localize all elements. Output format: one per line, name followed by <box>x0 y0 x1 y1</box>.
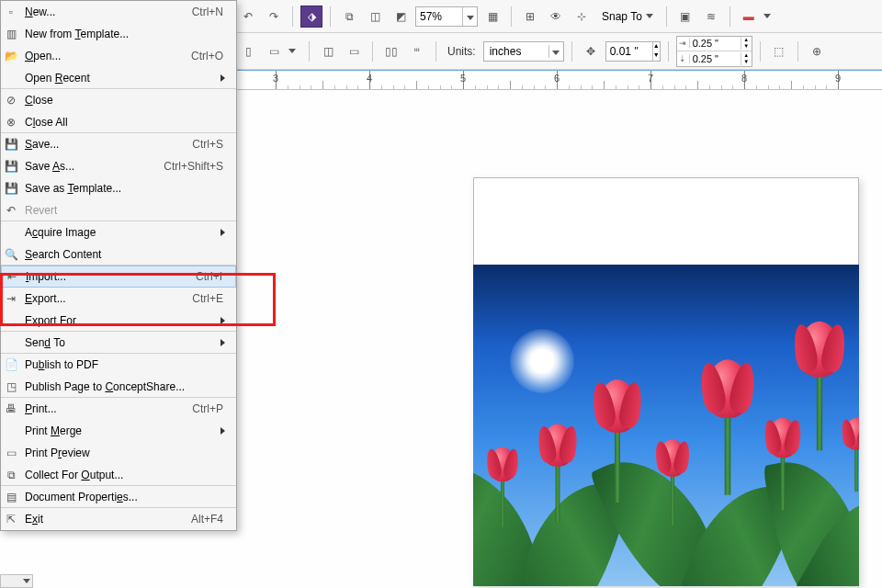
pdf-icon: 📄 <box>1 355 21 375</box>
ruler-label: 8 <box>741 73 747 84</box>
tool-btn-c[interactable]: ◫ <box>364 6 386 28</box>
nudge-input[interactable] <box>606 42 652 61</box>
prop-btn-b[interactable]: ▭ <box>343 40 365 62</box>
duplicate-distance: ⇥ ▲▼ ⇣ ▲▼ <box>676 36 752 67</box>
menu-item-close-all[interactable]: ⊗Close All <box>1 111 236 133</box>
orient-landscape[interactable]: ▭ <box>263 40 285 62</box>
ruler-tick <box>709 85 710 89</box>
menu-label: Print Preview <box>21 447 229 459</box>
menu-shortcut: Ctrl+N <box>192 6 229 18</box>
exit-icon: ⇱ <box>1 509 21 529</box>
ruler-tick <box>803 85 804 89</box>
tool-btn-b[interactable]: ⧉ <box>338 6 360 28</box>
submenu-arrow-icon <box>220 74 225 82</box>
blank-icon <box>1 68 21 88</box>
ruler-tick <box>487 85 488 89</box>
tool-btn-f[interactable]: ⊞ <box>519 6 541 28</box>
prop-btn-f[interactable]: ⊕ <box>806 40 828 62</box>
menu-label: Close <box>21 94 229 107</box>
menu-item-collect-output[interactable]: ⧉Collect For Output... <box>1 464 236 486</box>
file-menu[interactable]: ▫New...Ctrl+N▥New from Template...📂Open.… <box>0 0 237 531</box>
ruler-tick <box>288 85 288 89</box>
tool-btn-a[interactable]: ⬗ <box>300 6 322 28</box>
menu-shortcut: Ctrl+E <box>192 292 229 305</box>
ruler-tick <box>393 85 394 89</box>
tool-btn-k[interactable]: ▬ <box>738 6 760 28</box>
status-dropdown[interactable] <box>0 574 33 588</box>
menu-label: Export For <box>21 314 220 327</box>
props-icon: ▤ <box>1 487 21 507</box>
tool-btn-e[interactable]: ▦ <box>481 6 503 28</box>
menu-item-save-template[interactable]: 💾Save as Template... <box>1 177 236 199</box>
ruler-tick <box>334 85 335 89</box>
spin-up[interactable]: ▲ <box>653 42 660 51</box>
menu-item-search-content[interactable]: 🔍Search Content <box>1 243 236 266</box>
ruler-tick <box>322 81 323 89</box>
tool-btn-d[interactable]: ◩ <box>390 6 412 28</box>
menu-item-save[interactable]: 💾Save...Ctrl+S <box>1 133 236 155</box>
menu-item-publish-concept[interactable]: ◳Publish Page to ConceptShare... <box>1 376 236 398</box>
snap-to-dropdown[interactable]: Snap To <box>596 10 659 23</box>
ruler-tick <box>534 85 535 89</box>
ruler-tick <box>475 85 476 89</box>
nudge-distance[interactable]: ▲ ▼ <box>605 41 661 62</box>
menu-shortcut: Alt+F4 <box>191 513 229 526</box>
units-select[interactable]: inches <box>483 41 564 62</box>
menu-item-export[interactable]: ⇥Export...Ctrl+E <box>1 288 236 310</box>
zoom-input[interactable] <box>416 7 462 26</box>
tool-btn-g[interactable]: 👁 <box>545 6 567 28</box>
menu-item-print-merge[interactable]: Print Merge <box>1 420 236 442</box>
spin-down[interactable]: ▼ <box>741 43 752 50</box>
menu-label: Collect For Output... <box>21 469 229 481</box>
spin-down[interactable]: ▼ <box>741 59 752 65</box>
menu-item-open-recent[interactable]: Open Recent <box>1 67 236 89</box>
separator <box>797 41 798 62</box>
menu-item-close[interactable]: ⊘Close <box>1 89 236 111</box>
menu-item-publish-pdf[interactable]: 📄Publish to PDF <box>1 354 236 376</box>
spin-up[interactable]: ▲ <box>741 52 752 59</box>
menu-label: Publish to PDF <box>21 358 229 371</box>
prop-btn-d[interactable]: ᴵᴵᴵ <box>406 40 428 62</box>
redo-btn[interactable]: ↷ <box>263 6 285 28</box>
menu-label: Exit <box>21 513 191 526</box>
menu-item-acquire-image[interactable]: Acquire Image <box>1 221 236 243</box>
dup-y-input[interactable] <box>690 51 741 65</box>
tool-btn-i[interactable]: ▣ <box>674 6 696 28</box>
separator <box>292 6 293 27</box>
menu-item-new-template[interactable]: ▥New from Template... <box>1 23 236 45</box>
menu-item-new[interactable]: ▫New...Ctrl+N <box>1 1 236 23</box>
menu-item-open[interactable]: 📂Open...Ctrl+O <box>1 45 236 67</box>
units-dropdown[interactable] <box>548 45 563 58</box>
zoom-level[interactable] <box>415 6 478 27</box>
undo-btn[interactable]: ↶ <box>237 6 259 28</box>
dup-x-icon: ⇥ <box>677 39 690 48</box>
menu-item-print[interactable]: 🖶Print...Ctrl+P <box>1 398 236 420</box>
menu-shortcut: Ctrl+S <box>192 138 229 151</box>
zoom-dropdown[interactable] <box>462 7 477 26</box>
menu-item-import[interactable]: ⇤Import...Ctrl+I <box>1 266 236 288</box>
menu-item-exit[interactable]: ⇱ExitAlt+F4 <box>1 508 236 530</box>
tool-btn-h[interactable]: ⊹ <box>571 6 593 28</box>
ruler-tick <box>662 85 663 89</box>
dup-x-input[interactable] <box>690 37 741 51</box>
prop-btn-a[interactable]: ◫ <box>317 40 339 62</box>
menu-label: Publish Page to ConceptShare... <box>21 380 229 393</box>
menu-item-print-preview[interactable]: ▭Print Preview <box>1 442 236 464</box>
prop-btn-c[interactable]: ▯▯ <box>380 40 402 62</box>
placed-image[interactable] <box>473 265 859 586</box>
tool-btn-j[interactable]: ≋ <box>700 6 722 28</box>
ruler-tick <box>697 81 698 89</box>
orient-portrait[interactable]: ▯ <box>237 40 259 62</box>
menu-item-send-to[interactable]: Send To <box>1 332 236 354</box>
menu-item-doc-props[interactable]: ▤Document Properties... <box>1 486 236 508</box>
ruler-tick <box>768 85 769 89</box>
spin-down[interactable]: ▼ <box>653 51 660 61</box>
menu-item-export-for[interactable]: Export For <box>1 310 236 332</box>
menu-label: Send To <box>21 336 220 349</box>
menu-item-save-as[interactable]: 💾Save As...Ctrl+Shift+S <box>1 155 236 177</box>
spin-up[interactable]: ▲ <box>741 37 752 43</box>
tulip <box>768 418 798 511</box>
prop-btn-e[interactable]: ⬚ <box>768 40 790 62</box>
import-icon: ⇤ <box>2 266 22 287</box>
ruler-tick <box>545 85 546 89</box>
